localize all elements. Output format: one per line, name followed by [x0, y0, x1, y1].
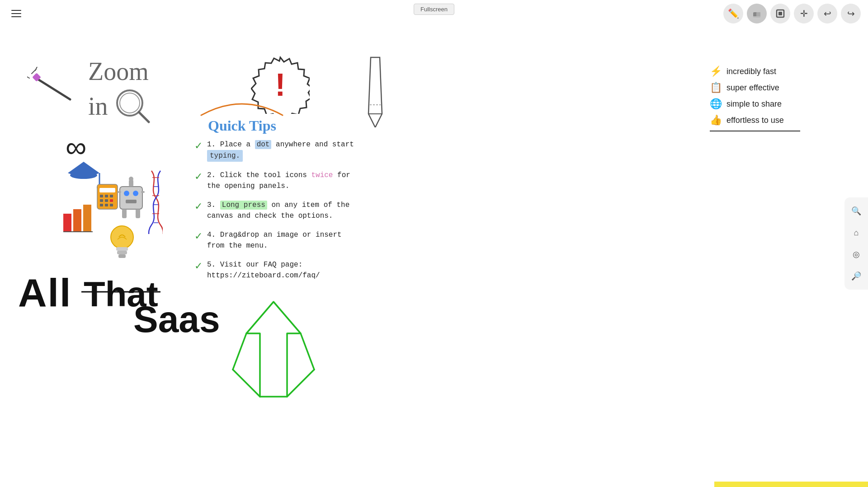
- svg-rect-36: [126, 200, 137, 203]
- wand-drawing: [27, 67, 81, 105]
- undo-button[interactable]: ↩: [817, 4, 837, 23]
- svg-text:Saas: Saas: [133, 299, 220, 340]
- svg-rect-31: [105, 204, 108, 206]
- svg-line-7: [35, 67, 37, 70]
- svg-rect-30: [100, 204, 103, 206]
- svg-rect-26: [110, 195, 113, 197]
- svg-rect-29: [110, 199, 113, 202]
- check-2: ✓: [194, 171, 203, 183]
- feature-share: 🌐 simple to share: [710, 98, 827, 110]
- target-sidebar-button[interactable]: ◎: [848, 246, 864, 262]
- use-icon: 👍: [710, 114, 722, 126]
- svg-line-11: [139, 112, 149, 122]
- svg-point-42: [129, 177, 133, 181]
- yellow-bar: [714, 482, 868, 487]
- svg-rect-2: [753, 16, 760, 18]
- feature-fast: ⚡ incredibly fast: [710, 66, 827, 77]
- svg-point-35: [133, 191, 138, 196]
- eraser-button[interactable]: [747, 4, 767, 23]
- svg-rect-37: [118, 191, 121, 193]
- menu-button[interactable]: [7, 5, 25, 23]
- svg-rect-51: [83, 205, 91, 232]
- check-1: ✓: [194, 140, 203, 152]
- effective-icon: 📋: [710, 82, 722, 94]
- svg-rect-24: [100, 195, 103, 197]
- check-3: ✓: [194, 201, 203, 212]
- search-sidebar-button[interactable]: 🔍: [848, 203, 864, 219]
- canvas[interactable]: Zoom in ∞ ! Quick Tips ✓: [0, 27, 868, 487]
- tip-text-1: 1. Place a dot anywhere and start typing…: [207, 139, 354, 162]
- zoom-in-text: Zoom in: [88, 58, 153, 126]
- spike-icon: [362, 55, 389, 129]
- fullscreen-label: Fullscreen: [414, 4, 454, 15]
- svg-point-12: [120, 93, 140, 113]
- svg-rect-39: [122, 209, 127, 218]
- handwriting-saas: Saas: [129, 289, 242, 345]
- select-button[interactable]: [770, 4, 790, 23]
- svg-rect-40: [136, 209, 140, 218]
- svg-rect-49: [63, 214, 71, 232]
- svg-text:All: All: [18, 270, 71, 315]
- redo-button[interactable]: ↪: [841, 4, 861, 23]
- svg-rect-55: [117, 251, 127, 254]
- svg-rect-1: [756, 12, 760, 17]
- svg-rect-27: [100, 199, 103, 202]
- feature-use: 👍 effortless to use: [710, 114, 827, 126]
- zoom-out-sidebar-button[interactable]: 🔎: [848, 268, 864, 284]
- hamburger-icon: [11, 10, 21, 17]
- divider-line: [710, 131, 800, 131]
- pencil-button[interactable]: ✏️: [723, 4, 743, 23]
- toolbar-right: ✏️ ✛ ↩ ↪: [723, 4, 861, 23]
- quick-tips-title: Quick Tips: [208, 117, 276, 134]
- tip-2: ✓ 2. Click the tool icons twice forthe o…: [194, 170, 407, 192]
- magnifier-icon: [113, 86, 153, 126]
- feature-effective: 📋 super effective: [710, 82, 827, 94]
- tip-text-3: 3. Long press on any item of thecanvas a…: [207, 200, 349, 221]
- check-4: ✓: [194, 230, 203, 242]
- right-sidebar: 🔍 ⌂ ◎ 🔎: [844, 197, 868, 290]
- features-list: ⚡ incredibly fast 📋 super effective 🌐 si…: [710, 66, 827, 131]
- infinity-symbol: ∞: [66, 130, 86, 164]
- svg-point-34: [124, 191, 129, 196]
- share-icon: 🌐: [710, 98, 722, 110]
- home-sidebar-button[interactable]: ⌂: [848, 225, 864, 241]
- svg-rect-54: [116, 247, 128, 251]
- svg-rect-28: [105, 199, 108, 202]
- svg-rect-4: [778, 12, 782, 15]
- svg-rect-33: [120, 187, 142, 209]
- tip-1: ✓ 1. Place a dot anywhere and start typi…: [194, 139, 407, 162]
- tip-3: ✓ 3. Long press on any item of thecanvas…: [194, 200, 407, 221]
- eraser-icon: [752, 9, 762, 19]
- move-button[interactable]: ✛: [794, 4, 814, 23]
- tip-4: ✓ 4. Drag&drop an image or insertfrom th…: [194, 229, 407, 251]
- green-shape: [228, 297, 319, 403]
- svg-rect-32: [110, 204, 113, 206]
- svg-marker-15: [368, 57, 382, 127]
- svg-rect-38: [141, 191, 145, 193]
- top-bar: Fullscreen ✏️ ✛ ↩ ↪: [0, 0, 868, 27]
- fast-icon: ⚡: [710, 66, 722, 77]
- svg-rect-23: [99, 188, 115, 192]
- svg-line-6: [27, 77, 29, 78]
- tip-text-4: 4. Drag&drop an image or insertfrom the …: [207, 229, 342, 251]
- tip-text-2: 2. Click the tool icons twice forthe ope…: [207, 170, 350, 192]
- select-icon: [775, 9, 785, 19]
- svg-rect-50: [73, 209, 81, 232]
- svg-line-8: [36, 78, 70, 99]
- svg-rect-25: [105, 195, 108, 197]
